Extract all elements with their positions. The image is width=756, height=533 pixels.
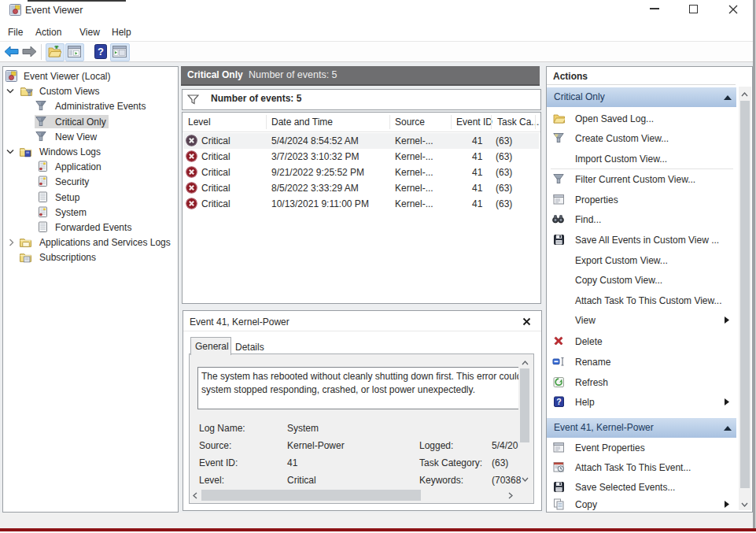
svg-text:?: ? <box>98 46 104 57</box>
